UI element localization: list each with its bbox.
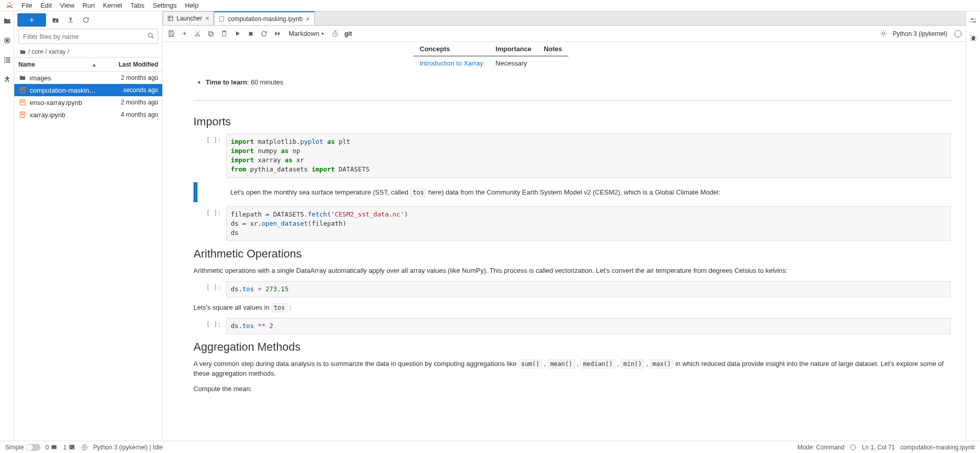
git-button[interactable]: git <box>344 30 352 37</box>
stop-icon[interactable] <box>247 30 255 38</box>
kernel-status-icon[interactable] <box>954 30 962 37</box>
kernel-status[interactable]: Python 3 (ipykernel) | Idle <box>93 444 163 451</box>
timer-icon[interactable] <box>331 30 339 38</box>
svg-point-39 <box>83 446 85 448</box>
restart-run-all-icon[interactable] <box>273 30 281 38</box>
menu-file[interactable]: File <box>17 1 36 10</box>
file-row[interactable]: images2 months ago <box>14 72 162 84</box>
heading-arith: Arithmetic Operations <box>193 247 951 261</box>
menu-settings[interactable]: Settings <box>148 1 181 10</box>
time-to-learn: Time to learn: 60 minutes <box>206 78 951 86</box>
heading-imports: Imports <box>193 115 951 128</box>
concept-link[interactable]: Introduction to Xarray <box>420 59 483 67</box>
prereq-table: ConceptsImportanceNotes Introduction to … <box>413 42 569 70</box>
upload-icon[interactable] <box>64 14 77 26</box>
filename-status[interactable]: computation-masking.ipynb <box>900 444 975 451</box>
insert-cell-icon[interactable] <box>180 30 188 38</box>
svg-point-10 <box>148 33 153 37</box>
md-text: Arithmetic operations with a single Data… <box>193 266 951 276</box>
svg-point-33 <box>971 18 973 20</box>
copy-icon[interactable] <box>207 30 215 38</box>
cell-prompt: [ ]: <box>198 134 226 178</box>
close-icon[interactable]: × <box>306 15 310 23</box>
svg-rect-23 <box>170 34 172 36</box>
table-header: Notes <box>537 42 568 56</box>
file-modified: 2 months ago <box>97 74 158 81</box>
cell-prompt: [ ]: <box>198 206 226 241</box>
md-text: Lets's square all values in tos : <box>193 303 951 313</box>
cursor-position[interactable]: Ln 1, Col 71 <box>862 444 895 451</box>
menu-edit[interactable]: Edit <box>36 1 56 10</box>
search-icon <box>147 32 155 40</box>
right-sidebar <box>966 11 980 441</box>
chevron-down-icon: ▾ <box>321 31 324 36</box>
main-area: Launcher×computation-masking.ipynb× Mark… <box>163 11 966 441</box>
debugger-icon[interactable] <box>969 34 977 42</box>
terminals-count[interactable]: 1 <box>63 444 76 451</box>
code-cell[interactable]: [ ]: ds.tos ** 2 <box>193 318 951 334</box>
mode-indicator: Mode: Command <box>797 444 844 451</box>
paste-icon[interactable] <box>220 30 228 38</box>
tab-label: Launcher <box>177 15 202 22</box>
cell-type-select[interactable]: Markdown▾ <box>287 29 326 38</box>
svg-point-35 <box>971 36 975 40</box>
new-launcher-button[interactable] <box>17 13 46 27</box>
svg-rect-12 <box>21 89 24 89</box>
activity-bar <box>0 11 14 441</box>
save-icon[interactable] <box>167 30 175 38</box>
kernel-label[interactable]: Python 3 (ipykernel) <box>892 30 947 37</box>
simple-toggle[interactable]: Simple <box>5 444 40 451</box>
notebook[interactable]: ConceptsImportanceNotes Introduction to … <box>163 42 966 441</box>
menu-tabs[interactable]: Tabs <box>126 1 148 10</box>
filter-input[interactable] <box>18 29 158 44</box>
md-text: Let's open the monthly sea surface tempe… <box>230 187 947 198</box>
code-cell[interactable]: [ ]: ds.tos + 273.15 <box>193 281 951 297</box>
toc-icon[interactable] <box>3 55 12 64</box>
svg-rect-37 <box>70 445 75 449</box>
folder-icon[interactable] <box>3 16 12 26</box>
file-row[interactable]: xarray.ipynb4 months ago <box>14 109 162 121</box>
running-icon[interactable] <box>3 36 12 45</box>
markdown-cell[interactable]: Let's open the monthly sea surface tempe… <box>193 182 951 203</box>
extensions-icon[interactable] <box>3 75 12 84</box>
folder-icon <box>19 49 26 55</box>
notification-icon[interactable] <box>850 444 857 451</box>
svg-rect-9 <box>69 22 73 23</box>
svg-rect-8 <box>6 61 10 62</box>
lsp-status-icon[interactable] <box>81 444 88 451</box>
cut-icon[interactable] <box>193 30 202 38</box>
file-row[interactable]: computation-masking.ipynbseconds ago <box>14 84 162 96</box>
close-icon[interactable]: × <box>205 15 209 22</box>
file-name: computation-masking.ipynb <box>30 87 97 94</box>
run-icon[interactable] <box>233 30 242 38</box>
trusted-icon[interactable] <box>879 30 887 38</box>
svg-rect-6 <box>6 59 10 60</box>
code-cell[interactable]: [ ]: filepath = DATASETS.fetch('CESM2_ss… <box>193 206 951 241</box>
menu-run[interactable]: Run <box>78 1 99 10</box>
property-inspector-icon[interactable] <box>969 16 977 25</box>
code-cell[interactable]: [ ]: import matplotlib.pyplot as plt imp… <box>193 134 951 178</box>
svg-rect-7 <box>4 61 5 62</box>
tab-computation-masking-ipynb[interactable]: computation-masking.ipynb× <box>214 11 314 25</box>
tab-launcher[interactable]: Launcher× <box>163 11 214 25</box>
new-folder-icon[interactable] <box>49 14 61 26</box>
refresh-icon[interactable] <box>80 14 92 26</box>
file-row[interactable]: enso-xarray.ipynb2 months ago <box>14 96 162 109</box>
svg-rect-15 <box>21 101 24 101</box>
restart-icon[interactable] <box>260 30 268 38</box>
svg-rect-22 <box>170 31 172 32</box>
menu-help[interactable]: Help <box>181 1 203 10</box>
tabs-count[interactable]: 0 <box>46 444 58 451</box>
menu-kernel[interactable]: Kernel <box>99 1 126 10</box>
menu-view[interactable]: View <box>56 1 78 10</box>
file-modified: 4 months ago <box>97 111 158 118</box>
file-browser: / core / xarray / Name▲ Last Modified im… <box>14 11 163 441</box>
svg-rect-30 <box>249 32 253 35</box>
svg-rect-18 <box>21 113 24 114</box>
heading-agg: Aggregation Methods <box>193 340 951 354</box>
svg-point-0 <box>9 2 11 4</box>
breadcrumb[interactable]: / core / xarray / <box>14 46 162 57</box>
sort-asc-icon: ▲ <box>92 62 97 68</box>
svg-rect-13 <box>21 90 24 90</box>
svg-rect-16 <box>21 102 24 102</box>
